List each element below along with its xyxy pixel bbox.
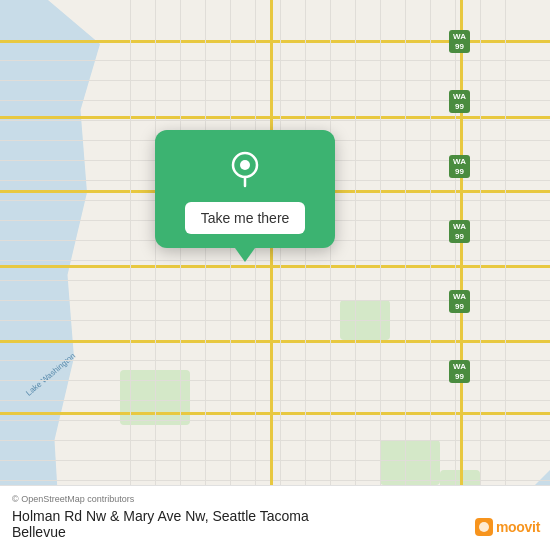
- popup-card: Take me there: [155, 130, 335, 248]
- road-h-19: [0, 420, 550, 421]
- major-road-h-2: [0, 116, 550, 119]
- svg-point-2: [479, 522, 489, 532]
- popup-tail: [235, 248, 255, 262]
- road-v-10: [355, 0, 356, 550]
- major-road-h-5: [0, 340, 550, 343]
- road-h-20: [0, 440, 550, 441]
- wa-badge-3: WA99: [449, 155, 470, 178]
- major-road-v-2: [460, 0, 463, 550]
- wa-badge-2: WA99: [449, 90, 470, 113]
- map-container: Lake Washington WA99 W: [0, 0, 550, 550]
- road-v-11: [380, 0, 381, 550]
- map-attribution: © OpenStreetMap contributors: [12, 494, 538, 504]
- take-me-there-button[interactable]: Take me there: [185, 202, 306, 234]
- road-h-4: [0, 120, 550, 121]
- moovit-logo: moovit: [475, 518, 540, 536]
- location-title: Holman Rd Nw & Mary Ave Nw, Seattle Taco…: [12, 508, 538, 524]
- wa-badge-1: WA99: [449, 30, 470, 53]
- bottom-bar: © OpenStreetMap contributors Holman Rd N…: [0, 485, 550, 550]
- road-v-1: [130, 0, 131, 550]
- road-v-7: [280, 0, 281, 550]
- wa-badge-6: WA99: [449, 360, 470, 383]
- road-h-11: [0, 260, 550, 261]
- major-road-h-6: [0, 412, 550, 415]
- road-h-1: [0, 60, 550, 61]
- road-h-14: [0, 320, 550, 321]
- road-v-4: [205, 0, 206, 550]
- road-h-21: [0, 460, 550, 461]
- road-v-9: [330, 0, 331, 550]
- moovit-logo-text: moovit: [496, 519, 540, 535]
- road-v-13: [430, 0, 431, 550]
- location-subtitle: Bellevue: [12, 524, 538, 540]
- wa-badge-5: WA99: [449, 290, 470, 313]
- road-v-15: [480, 0, 481, 550]
- road-v-8: [305, 0, 306, 550]
- road-h-2: [0, 80, 550, 81]
- park-area-3: [380, 440, 440, 485]
- major-road-h-4: [0, 265, 550, 268]
- location-pin-icon: [225, 148, 265, 188]
- road-v-6: [255, 0, 256, 550]
- svg-point-1: [240, 160, 250, 170]
- road-h-18: [0, 400, 550, 401]
- major-road-v-1: [270, 0, 273, 550]
- moovit-logo-icon: [475, 518, 493, 536]
- wa-badge-4: WA99: [449, 220, 470, 243]
- road-v-5: [230, 0, 231, 550]
- road-h-22: [0, 480, 550, 481]
- road-v-14: [455, 0, 456, 550]
- road-h-12: [0, 280, 550, 281]
- road-v-12: [405, 0, 406, 550]
- road-v-16: [505, 0, 506, 550]
- road-v-3: [180, 0, 181, 550]
- road-v-2: [155, 0, 156, 550]
